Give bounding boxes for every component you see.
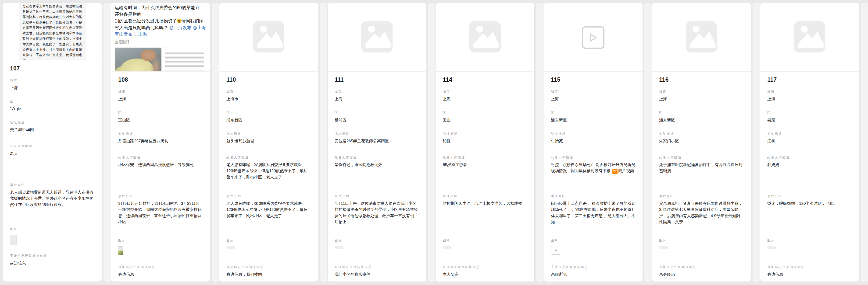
field-value-event: 昏迷，呼吸微弱，120半小时到，已晚。 [767,201,852,231]
image-pill-thumbnail[interactable] [443,246,452,249]
card-scrollbar[interactable] [644,3,652,282]
field-image: 图片 [443,238,527,258]
record-card[interactable]: 116 城市 上海 区 浦东新区 地址描述 朱家门小区 死者大体描述 死于浦东医… [652,3,751,282]
image-pill-thumbnail[interactable] [226,246,235,249]
field-value-deceased: 65岁癌症患者 [443,162,527,186]
card-scrollbar[interactable] [536,3,544,282]
card-scrollbar[interactable] [212,3,219,282]
image-thumbnail[interactable] [335,245,419,258]
field-value-event: 3月9日起开始封控，3月14日解封。3月23日又一轮封控开始，期间这位保安始终没… [118,201,203,231]
field-city: 城市 上海 [443,90,527,103]
image-pill-thumbnail[interactable] [767,246,776,249]
field-value-address: 江桥 [767,138,852,145]
card-scrollbar[interactable] [320,3,328,282]
record-card[interactable]: 110 城市 上海市 区 浦东新区 地址描述 航头镇鹤沙航城 死者大体描述 老人… [219,3,318,282]
image-thumbnail[interactable] [118,245,203,258]
record-fields: 111 城市 上海 区 杨浦区 地址描述 安波路265弄兰花教师公寓南区 死者大… [328,71,426,278]
image-thumbnail[interactable] [10,234,95,247]
field-label-direct: 直接信息还是间接信息 [659,265,744,269]
field-label-address: 地址描述 [118,132,203,136]
two-image-thumbnails[interactable] [118,246,123,255]
screenshot-thumbnail[interactable] [10,235,17,245]
field-direct: 直接信息还是间接信息 身边信息，我们楼的 [226,265,311,278]
field-value-deceased: 老人患有哮喘，家属联系居委报备要求就医，12345也表示尽快，但是120依然来不… [226,162,311,186]
field-label-direct: 直接信息还是间接信息 [118,265,203,269]
attachment-area[interactable]: 分左右联系上中华园居委会，通过微信语音确认了这一事实。由于需要保护患者家属的隐私… [3,3,102,60]
video-thumbnail[interactable] [551,246,561,255]
record-number: 110 [226,76,311,83]
image-thumbnail[interactable] [226,245,311,258]
field-value-direct: 身边信息 [767,272,852,278]
field-city: 城市 上海 [767,90,852,103]
image-thumbnail[interactable] [659,245,744,258]
image-thumbnail[interactable] [767,245,852,258]
attachment-area[interactable] [652,3,751,71]
field-value-city: 上海 [767,96,852,103]
field-value-address: 美兰湖中华园 [10,127,95,134]
field-label-direct: 直接信息还是间接信息 [226,265,311,269]
field-district: 区 浦东新区 [226,111,311,123]
card-scrollbar[interactable] [428,3,436,282]
field-label-direct: 直接信息还是间接信息 [443,265,527,269]
field-event: 事件介绍 老人患有哮喘，家属联系居委报备要求就医，12345也表示尽快，但是12… [226,194,311,231]
field-direct: 直接信息还是间接信息 身边信息 [767,265,852,278]
field-label-event: 事件介绍 [767,194,852,198]
record-card[interactable]: 运输有时间，为什么跟居委会的60的菜能到，还好多是烂的别的区都已经分发过几批物资… [111,3,210,282]
record-card[interactable]: 117 城市 上海 区 嘉定 地址描述 江桥 死者大体描述 我奶奶 事件介绍 昏… [760,3,859,282]
image-pill-thumbnail[interactable] [335,246,343,249]
field-label-image: 图片 [335,238,419,243]
card-scrollbar[interactable] [103,3,111,282]
see-translation-link[interactable]: 查看翻译 [115,40,206,45]
field-value-event: 4月11日上午，这位消毒防疫人员在给我们小区封控楼做消杀的时候突然晕倒，小区里有… [335,201,419,231]
record-card[interactable]: 115 城市 上海 区 浦东新区 地址描述 仁怡苑 死者大体描述 封控，跳楼自杀… [544,3,643,282]
photo-thumbnail[interactable] [118,250,123,255]
image-placeholder-icon [465,17,505,57]
field-label-district: 区 [118,111,203,115]
card-scrollbar[interactable] [861,3,868,282]
field-district: 区 宝山区 [118,111,203,123]
field-label-deceased: 死者大体描述 [551,155,636,159]
image-placeholder-icon [357,17,397,57]
field-city: 城市 上海 [10,78,95,92]
field-label-deceased: 死者大体描述 [118,155,203,159]
image-placeholder-icon [249,17,288,57]
attachment-area[interactable]: 运输有时间，为什么跟居委会的60的菜能到，还好多是烂的别的区都已经分发过几批物资… [111,3,210,71]
text-thumbnail[interactable] [118,246,123,250]
image-thumbnail[interactable] [443,245,527,258]
image-placeholder [652,3,751,57]
field-label-event: 事件介绍 [118,194,203,198]
image-thumbnail[interactable] [551,245,636,258]
field-value-deceased: 封控，跳楼自杀当场死亡 对面楼邻居只看见听见现场情况，因为集体被封没有下楼 有照… [551,162,636,186]
field-label-event: 事件介绍 [226,194,311,198]
record-card[interactable]: 111 城市 上海 区 杨浦区 地址描述 安波路265弄兰花教师公寓南区 死者大… [327,3,426,282]
field-deceased: 死者大体描述 我奶奶 [767,155,852,186]
field-image: 图片 [335,238,419,258]
attachment-area[interactable] [544,3,643,71]
field-label-direct: 直接信息还是间接信息 [767,265,852,269]
card-scrollbar[interactable] [752,3,760,282]
field-direct: 直接信息还是间接信息 本人父亲 [443,265,527,278]
record-number: 107 [10,65,95,72]
image-pill-thumbnail[interactable] [659,246,668,249]
field-value-district: 浦东新区 [226,117,311,123]
long-text-screenshot [163,47,206,72]
field-value-address: 仁怡苑 [551,138,636,145]
field-value-city: 上海 [335,96,419,103]
field-deceased: 死者大体描述 封控，跳楼自杀当场死亡 对面楼邻居只看见听见现场情况，因为集体被封… [551,155,636,186]
field-label-district: 区 [659,111,744,115]
field-event: 事件介绍 父亲周嘉祖，肾衰且瘫痪在床靠血透维持生命，3.21住进第七人民医院肾病… [659,194,744,231]
attachment-area[interactable] [328,3,426,71]
record-card[interactable]: 分左右联系上中华园居委会，通过微信语音确认了这一事实。由于需要保护患者家属的隐私… [3,3,102,282]
record-fields: 108 城市 上海 区 宝山区 地址描述 丹霞山路257弄馨佳园八街坊 死者大体… [111,71,210,278]
field-value-district: 浦东新区 [659,117,744,123]
field-event: 事件介绍 3月9日起开始封控，3月14日解封。3月23日又一轮封控开始，期间这位… [118,194,203,231]
field-label-address: 地址描述 [767,132,852,136]
field-value-direct: 身边信息 [10,260,95,267]
attachment-area[interactable] [760,3,859,71]
mention-link[interactable]: @上海发布 [169,25,191,30]
attachment-area[interactable] [219,3,318,71]
field-value-address: 安波路265弄兰花教师公寓南区 [335,138,419,145]
record-card[interactable]: 114 城市 上海 区 宝山 地址描述 铂庭 死者大体描述 65岁癌症患者 事件… [436,3,535,282]
mention-link[interactable]: ◎上海 [134,32,147,37]
attachment-area[interactable] [436,3,534,71]
